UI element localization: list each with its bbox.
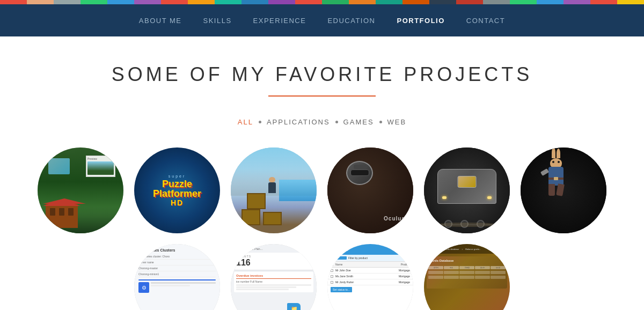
filter-dot-1 [259, 121, 261, 123]
project-character-animation[interactable] [521, 147, 606, 233]
filter-applications[interactable]: APPLICATIONS [267, 118, 330, 126]
nav-link-about[interactable]: ABOUT ME [139, 17, 182, 25]
nav-item-portfolio[interactable]: PORTFOLIO [397, 16, 444, 25]
filter-bar: ALL APPLICATIONS GAMES WEB [0, 102, 644, 137]
kubernetes-server-label: Server name [138, 261, 154, 264]
kubernetes-server-value: Chorong-master [138, 267, 158, 270]
dashboard-header: board Control Pan... [234, 247, 313, 250]
nav-item-contact[interactable]: CONTACT [466, 16, 505, 25]
project-leads-list[interactable]: Leads list Filter by product Name Produc… [327, 244, 413, 310]
filter-all[interactable]: ALL [238, 118, 253, 126]
project-cards-database[interactable]: 🏠 Home › Cards database › Balance gradu.… [424, 244, 510, 310]
project-kubernetes[interactable]: Kubernetes Clusters Kubernetes cluster: … [134, 244, 220, 310]
project-oculus-vr[interactable]: Oculus [327, 147, 413, 233]
project-puzzle-platformer[interactable]: super Puzzle Platformer HD [134, 147, 220, 233]
nav-link-education[interactable]: EDUCATION [327, 17, 375, 25]
nav-item-skills[interactable]: SKILLS [203, 16, 231, 25]
page-title-section: SOME OF MY FAVORITE PROJECTS [0, 36, 644, 102]
project-platformer-game[interactable] [231, 147, 317, 233]
kubernetes-cluster-value: Kubernetes cluster: Choro [138, 255, 170, 258]
overdue-invoices-label: Overdue invoices [236, 274, 311, 277]
projects-grid: Preview 🏯 super Puzzle Platformer HD [0, 137, 644, 310]
main-nav: ABOUT ME SKILLS EXPERIENCE EDUCATION POR… [0, 4, 644, 36]
filter-dot-3 [379, 121, 382, 123]
oculus-brand: Oculus [384, 216, 405, 222]
nav-link-experience[interactable]: EXPERIENCE [253, 17, 306, 25]
nav-item-education[interactable]: EDUCATION [327, 16, 375, 25]
color-bar [0, 0, 644, 4]
leads-header: Leads list [327, 244, 413, 255]
invoice-sub-label: ice number Full Name [236, 280, 311, 283]
nav-links: ABOUT ME SKILLS EXPERIENCE EDUCATION POR… [139, 16, 505, 25]
title-underline [268, 95, 376, 97]
nav-item-experience[interactable]: EXPERIENCE [253, 16, 306, 25]
page-title: SOME OF MY FAVORITE PROJECTS [11, 63, 633, 86]
nav-item-about[interactable]: ABOUT ME [139, 16, 182, 25]
preview-box: Preview [86, 156, 115, 177]
filter-games[interactable]: GAMES [343, 118, 374, 126]
kubernetes-title: Kubernetes Clusters [138, 248, 216, 252]
project-train[interactable] [424, 147, 510, 233]
project-dashboard[interactable]: board Control Pan... CLIENTS 116 Overdue… [231, 244, 317, 310]
nav-link-skills[interactable]: SKILLS [203, 17, 231, 25]
filter-web[interactable]: WEB [387, 118, 407, 126]
project-asian-architecture[interactable]: Preview 🏯 [38, 147, 123, 233]
filter-dot-2 [335, 121, 338, 123]
nav-link-contact[interactable]: CONTACT [466, 17, 505, 25]
nav-link-portfolio[interactable]: PORTFOLIO [397, 17, 444, 25]
clients-count: 116 [236, 258, 311, 268]
kubernetes-row2: Chorong-minion1 [138, 272, 159, 276]
